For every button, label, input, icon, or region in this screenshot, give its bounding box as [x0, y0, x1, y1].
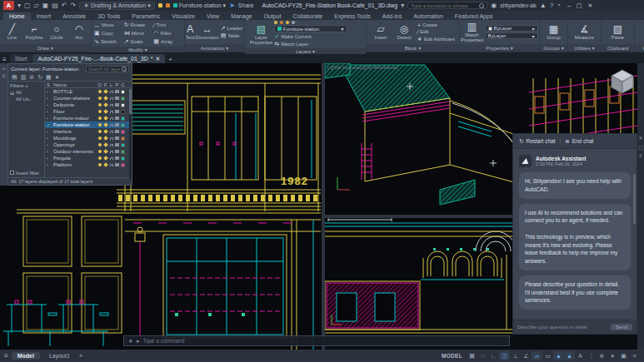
layer-freeze-icon[interactable] — [102, 110, 108, 113]
layer-freeze-icon[interactable] — [102, 156, 108, 160]
status-toggle-icon[interactable]: ⊕ — [597, 351, 607, 360]
layer-on-icon[interactable] — [97, 156, 102, 160]
layer-list-scrollbar[interactable] — [129, 89, 132, 180]
layer-freeze-icon[interactable] — [102, 123, 108, 126]
layer-color-swatch[interactable] — [120, 110, 126, 114]
open-file-icon[interactable]: ▱ — [34, 2, 39, 9]
status-toggle-icon[interactable]: ⊥ — [510, 351, 521, 360]
layer-row[interactable]: ▪ Furniture-indoor — [45, 115, 132, 121]
panel-label-annotation[interactable]: Annotation▾ — [185, 44, 244, 52]
status-toggle-icon[interactable]: ▭ — [542, 351, 553, 360]
palette-toolbar-icon[interactable]: ↻ — [37, 74, 42, 81]
status-toggle-icon[interactable]: ∟ — [488, 351, 499, 360]
block-tool[interactable]: ∕Edit — [417, 29, 456, 35]
modify-tool[interactable]: ◠Fillet — [152, 30, 182, 37]
drawing-area[interactable]: 1982 [-][SW Isometric][2D Wireframe] — [0, 63, 644, 350]
layer-lock-icon[interactable] — [108, 156, 114, 160]
layer-search[interactable] — [86, 66, 129, 72]
layer-color-swatch[interactable] — [120, 117, 126, 121]
layer-properties-manager[interactable]: Current layer: Furniture-station ▤▥⊘↻▦∗ … — [7, 63, 132, 186]
plot-icon[interactable]: ▤ — [52, 2, 58, 9]
layer-freeze-icon[interactable] — [166, 3, 170, 7]
properties-menu-icon[interactable]: ≡ — [639, 153, 642, 158]
ribbon-tab[interactable]: Express Tools — [328, 12, 376, 20]
customize-icon[interactable]: ∗ — [128, 338, 133, 345]
layer-on-icon[interactable] — [97, 136, 102, 140]
block-tool[interactable]: ∗Edit Attributes — [417, 36, 456, 42]
share-icon[interactable]: ➤ — [229, 2, 235, 9]
layer-on-icon[interactable] — [97, 97, 102, 100]
layer-plot-icon[interactable] — [114, 110, 120, 113]
paste-button[interactable]: ▧Paste — [607, 24, 629, 40]
modify-tool[interactable]: ↗Scale — [123, 38, 153, 45]
layer-lock-icon[interactable] — [108, 90, 114, 93]
invert-filter[interactable]: Invert filter — [10, 169, 42, 176]
layer-row[interactable]: ▪ Counter-shelves — [45, 95, 132, 102]
panel-label-groups[interactable]: Groups▾ — [540, 44, 567, 52]
help-icon[interactable]: ? — [550, 2, 553, 9]
help-search[interactable] — [407, 2, 487, 9]
chat-input-bar[interactable]: Send — [513, 320, 637, 334]
status-toggle-icon[interactable]: ⋮ — [586, 351, 597, 360]
palette-toolbar-icon[interactable]: ∗ — [55, 74, 60, 81]
ribbon-tab[interactable]: Home — [3, 12, 31, 20]
layer-freeze-icon[interactable] — [102, 90, 108, 93]
layer-plot-icon[interactable] — [114, 103, 120, 107]
layer-color-swatch[interactable] — [120, 136, 126, 141]
modify-tool[interactable]: ∕Trim — [152, 22, 182, 28]
quick-layer-control[interactable]: Furniture-station ▾ — [173, 2, 226, 9]
viewport-controls[interactable]: [-][SW Isometric][2D Wireframe] — [327, 65, 398, 70]
workspace-switcher[interactable]: ∗ Drafting & Annotation ▾ — [79, 2, 154, 10]
end-chat-button[interactable]: ⊗ End chat — [565, 138, 593, 145]
palette-toolbar-icon[interactable]: ▤ — [12, 74, 17, 81]
notifications-icon[interactable]: ◔ — [557, 2, 561, 9]
modify-tool[interactable]: ↔Move — [93, 22, 123, 28]
search-icon[interactable] — [479, 3, 484, 8]
help-search-input[interactable] — [411, 3, 477, 8]
new-file-icon[interactable]: ▢ — [24, 2, 31, 9]
text-tool[interactable]: AText — [186, 24, 195, 40]
palette-toolbar-icon[interactable]: ▦ — [46, 74, 52, 81]
layer-freeze-icon[interactable] — [102, 117, 108, 120]
collapse-icon[interactable]: « — [2, 66, 5, 71]
layer-plot-icon[interactable] — [114, 150, 120, 153]
ribbon-tab[interactable]: Insert — [31, 12, 57, 20]
ribbon-tab[interactable]: Manage — [225, 12, 257, 20]
command-input[interactable] — [142, 338, 505, 344]
status-toggle-icon[interactable]: ◫ — [499, 351, 510, 360]
layer-color-swatch[interactable] — [120, 150, 126, 154]
layer-row[interactable]: ▪ Defpoints — [45, 102, 132, 108]
layer-lock-icon[interactable] — [108, 143, 114, 146]
layer-color-swatch[interactable] — [120, 90, 126, 94]
layer-row[interactable]: ▪ Floor — [45, 108, 132, 115]
panel-label-view[interactable]: View▾ — [635, 44, 644, 52]
layer-row[interactable]: ▪ Interiors — [45, 128, 132, 135]
status-toggle-icon[interactable]: ≡ — [629, 351, 640, 360]
insert-block-button[interactable]: ▱Insert — [370, 24, 392, 40]
panel-label-layers[interactable]: Layers▾ — [245, 48, 366, 54]
layer-plot-icon[interactable] — [114, 143, 120, 146]
layer-on-icon[interactable] — [97, 103, 102, 107]
layer-row[interactable]: ▪ Mouldings — [45, 135, 132, 141]
autohide-icon[interactable]: ▢ — [638, 144, 643, 150]
layer-plot-icon[interactable] — [114, 136, 120, 140]
layer-dropdown[interactable]: Furniture-station ▾ — [274, 25, 347, 32]
layout1-tab[interactable]: Layout1 — [43, 352, 76, 360]
layer-lock-icon[interactable] — [108, 110, 114, 113]
undo-icon[interactable]: ↶ — [62, 2, 67, 9]
model-space-label[interactable]: MODEL — [442, 353, 462, 359]
ribbon-tab[interactable]: Automation — [407, 12, 448, 20]
user-name[interactable]: shtyamdev-ak — [500, 2, 537, 8]
layer-row[interactable]: ▪ Outdoor elements — [45, 148, 132, 155]
draw-tool[interactable]: ⌐Polyline — [24, 24, 45, 40]
ribbon-tab[interactable]: View — [201, 12, 225, 20]
match-layer-button[interactable]: ⇆Match Layer — [274, 41, 361, 47]
model-tab[interactable]: Model — [12, 352, 40, 360]
layer-plot-icon[interactable] — [114, 156, 120, 160]
chevron-down-icon[interactable]: ▾ — [401, 2, 404, 9]
status-toggle-icon[interactable]: ▣ — [618, 351, 629, 360]
layer-palette-titlebar[interactable]: « ≡ — [0, 63, 7, 186]
tree-node-icon[interactable]: ⊟ — [10, 90, 14, 96]
layer-color-swatch[interactable] — [120, 143, 126, 147]
dimension-tool[interactable]: ↔Dimension — [197, 24, 218, 40]
